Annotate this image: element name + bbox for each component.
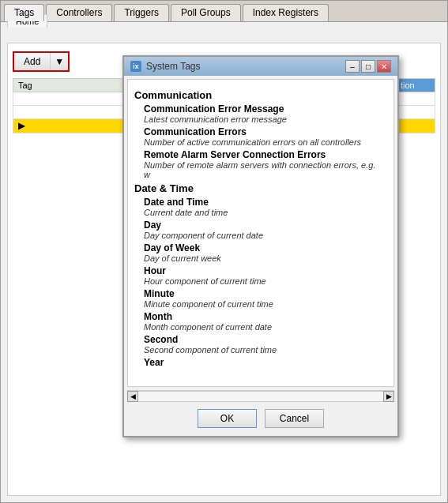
item-title-second[interactable]: Second xyxy=(144,334,384,345)
tab-tags[interactable]: Tags xyxy=(4,4,44,21)
dialog-minimize-button[interactable]: – xyxy=(345,60,360,73)
dialog-titlebar: ix System Tags – □ ✕ xyxy=(124,57,397,76)
dialog-app-icon: ix xyxy=(130,61,141,72)
item-title-remote-alarm[interactable]: Remote Alarm Server Connection Errors xyxy=(144,149,384,160)
dialog-footer: OK Cancel xyxy=(124,401,397,436)
item-title-comm-error-msg[interactable]: Communication Error Message xyxy=(144,103,384,114)
item-desc-date-time: Current date and time xyxy=(144,208,384,217)
item-desc-month: Month component of current date xyxy=(144,322,384,332)
item-desc-comm-error-msg: Latest communication error message xyxy=(144,114,384,124)
hscroll-left-button[interactable]: ◀ xyxy=(127,391,138,402)
tab-poll-groups[interactable]: Poll Groups xyxy=(171,4,241,21)
main-content: Home Add ▼ Tag Name tion xyxy=(1,22,447,502)
hscroll-track[interactable] xyxy=(138,391,383,402)
dialog-scroll-area[interactable]: Communication Communication Error Messag… xyxy=(134,86,387,380)
dialog-title: System Tags xyxy=(146,61,200,72)
item-title-day[interactable]: Day xyxy=(144,220,384,231)
tab-triggers[interactable]: Triggers xyxy=(114,4,169,21)
dialog-title-left: ix System Tags xyxy=(130,61,200,72)
item-title-day-of-week[interactable]: Day of Week xyxy=(144,242,384,253)
item-title-year[interactable]: Year xyxy=(144,357,384,368)
item-title-minute[interactable]: Minute xyxy=(144,288,384,299)
section-communication: Communication xyxy=(134,89,384,101)
item-title-date-time[interactable]: Date and Time xyxy=(144,197,384,208)
item-desc-second: Second component of current time xyxy=(144,345,384,355)
tab-index-registers[interactable]: Index Registers xyxy=(243,4,329,21)
home-panel-wrapper: Home Add ▼ Tag Name tion xyxy=(7,28,441,496)
hscroll-right-button[interactable]: ▶ xyxy=(383,391,394,402)
item-title-hour[interactable]: Hour xyxy=(144,265,384,276)
item-title-comm-errors[interactable]: Communication Errors xyxy=(144,126,384,137)
tab-controllers[interactable]: Controllers xyxy=(46,4,112,21)
home-panel: Add ▼ Tag Name tion xyxy=(7,43,441,496)
item-desc-minute: Minute component of current time xyxy=(144,299,384,309)
section-datetime: Date & Time xyxy=(134,182,384,194)
system-tags-dialog: ix System Tags – □ ✕ xyxy=(122,55,399,437)
cancel-button[interactable]: Cancel xyxy=(265,409,324,428)
dialog-content: Communication Communication Error Messag… xyxy=(127,79,394,387)
tab-bar: Tags Controllers Triggers Poll Groups In… xyxy=(1,1,447,22)
main-window: Tags Controllers Triggers Poll Groups In… xyxy=(0,0,448,503)
item-desc-remote-alarm: Number of remote alarm servers with conn… xyxy=(144,160,384,179)
ok-button[interactable]: OK xyxy=(198,409,257,428)
dialog-overlay: ix System Tags – □ ✕ xyxy=(8,43,440,495)
item-desc-comm-errors: Number of active communication errors on… xyxy=(144,137,384,147)
item-desc-day: Day component of current date xyxy=(144,231,384,240)
item-desc-hour: Hour component of current time xyxy=(144,276,384,286)
dialog-maximize-button[interactable]: □ xyxy=(361,60,375,73)
dialog-hscrollbar[interactable]: ◀ ▶ xyxy=(127,390,394,401)
dialog-close-button[interactable]: ✕ xyxy=(377,60,391,73)
item-title-month[interactable]: Month xyxy=(144,311,384,322)
item-desc-day-of-week: Day of current week xyxy=(144,253,384,263)
dialog-controls: – □ ✕ xyxy=(345,60,391,73)
